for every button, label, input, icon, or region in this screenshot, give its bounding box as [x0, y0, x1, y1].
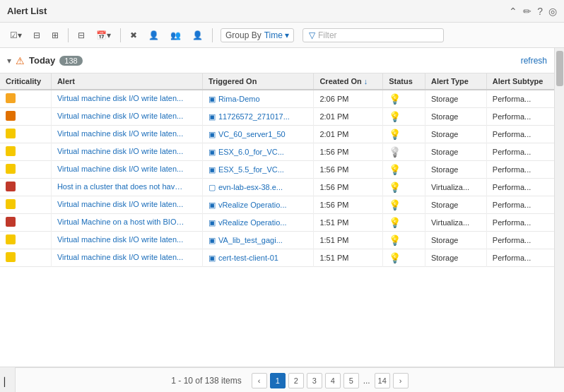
separator-3	[212, 28, 213, 42]
alert-cell[interactable]: Virtual machine disk I/O write laten...	[51, 161, 202, 179]
page-3-btn[interactable]: 3	[307, 373, 322, 388]
page-2-btn[interactable]: 2	[288, 373, 304, 388]
alert-link[interactable]: Host in a cluster that does not have...	[57, 182, 184, 191]
alert-cell[interactable]: Virtual machine disk I/O write laten...	[51, 232, 202, 249]
alert-cell[interactable]: Virtual machine disk I/O write laten...	[51, 90, 202, 108]
expand-btn[interactable]: ⊞	[47, 28, 63, 42]
triggered-name[interactable]: evn-lab-esx-38.e...	[218, 183, 283, 191]
vm-icon: ▣	[208, 218, 216, 227]
criticality-indicator	[6, 182, 16, 191]
triggered-name[interactable]: ESX_5.5_for_VC...	[218, 165, 284, 174]
select-dropdown-btn[interactable]: ☑ ▾	[6, 28, 26, 42]
page-4-btn[interactable]: 4	[325, 373, 341, 388]
status-icon: 💡	[389, 164, 401, 175]
triggered-cell: ▢evn-lab-esx-38.e...	[202, 179, 314, 196]
page-1-btn[interactable]: 1	[270, 373, 286, 388]
created-on-cell: 1:51 PM	[314, 249, 383, 267]
next-page-btn[interactable]: ›	[393, 373, 409, 388]
alert-subtype-cell: Performa...	[486, 143, 554, 161]
alert-link[interactable]: Virtual machine disk I/O write laten...	[57, 200, 183, 208]
col-alert-type[interactable]: Alert Type	[425, 73, 486, 90]
col-created[interactable]: Created On ↓	[314, 73, 383, 90]
page-5-btn[interactable]: 5	[343, 373, 359, 388]
criticality-indicator	[6, 93, 16, 103]
collapse-btn[interactable]: ⊟	[29, 28, 45, 42]
clear-icon: ✖	[130, 30, 137, 40]
vm-icon: ▣	[208, 236, 216, 245]
alert-cell[interactable]: Host in a cluster that does not have...	[51, 179, 202, 196]
filter-section[interactable]: ▽ Filter	[302, 28, 444, 42]
alert-link[interactable]: Virtual machine disk I/O write laten...	[57, 235, 183, 244]
alert-link[interactable]: Virtual machine disk I/O write laten...	[57, 129, 183, 138]
main-panel: ▾ ⚠ Today 138 refresh Criticality Alert …	[0, 48, 554, 367]
alert-cell[interactable]: Virtual machine disk I/O write laten...	[51, 249, 202, 267]
alert-link[interactable]: Virtual machine disk I/O write laten...	[57, 253, 183, 261]
triggered-name[interactable]: vRealize Operatio...	[218, 218, 287, 227]
pencil-icon[interactable]: ✏	[523, 6, 531, 17]
warning-icon: ⚠	[16, 55, 25, 66]
created-on-cell: 2:01 PM	[314, 126, 383, 143]
collapse-icon: ⊟	[33, 30, 40, 40]
alert-cell[interactable]: Virtual Machine on a host with BIOS...	[51, 214, 202, 232]
prev-page-btn[interactable]: ‹	[252, 373, 267, 388]
user2-btn[interactable]: 👥	[166, 28, 185, 42]
pagination-info: 1 - 10 of 138 items	[171, 376, 241, 386]
col-alert-subtype[interactable]: Alert Subtype	[486, 73, 554, 90]
triggered-name[interactable]: 11726572_271017...	[218, 112, 290, 121]
status-icon: 💡	[389, 234, 401, 246]
group-toggle-btn[interactable]: ▾	[7, 56, 11, 66]
status-cell: 💡	[383, 179, 425, 196]
triggered-name[interactable]: cert-test-client-01	[218, 254, 278, 262]
triggered-name[interactable]: VA_lib_test_gagi...	[218, 236, 283, 244]
sidebar-toggle-btn[interactable]: ▏	[0, 367, 16, 392]
scrollbar[interactable]	[554, 48, 564, 367]
alert-cell[interactable]: Virtual machine disk I/O write laten...	[51, 143, 202, 161]
calendar-btn[interactable]: 📅 ▾	[92, 28, 115, 42]
filter-btn[interactable]: ⊟	[74, 28, 89, 42]
alert-cell[interactable]: Virtual machine disk I/O write laten...	[51, 108, 202, 126]
alert-cell[interactable]: Virtual machine disk I/O write laten...	[51, 126, 202, 143]
criticality-cell	[0, 90, 51, 108]
alert-type-cell: Storage	[425, 232, 486, 249]
alert-link[interactable]: Virtual machine disk I/O write laten...	[57, 147, 183, 155]
triggered-name[interactable]: VC_60_server1_50	[218, 130, 286, 138]
status-icon: 💡	[389, 199, 401, 210]
col-alert[interactable]: Alert	[51, 73, 202, 90]
criticality-indicator	[6, 252, 16, 262]
collapse-icon[interactable]: ⌃	[509, 6, 517, 17]
alert-link[interactable]: Virtual machine disk I/O write laten...	[57, 165, 183, 173]
user1-btn[interactable]: 👤	[144, 28, 163, 42]
created-on-cell: 1:51 PM	[314, 214, 383, 232]
eye-slash-icon[interactable]: ◎	[548, 6, 557, 17]
user3-btn[interactable]: 👤	[188, 28, 207, 42]
scrollbar-thumb[interactable]	[556, 51, 563, 86]
alert-link[interactable]: Virtual Machine on a host with BIOS...	[57, 218, 184, 226]
triggered-name[interactable]: Rima-Demo	[218, 95, 260, 103]
clear-btn[interactable]: ✖	[126, 28, 141, 42]
table-row: Virtual machine disk I/O write laten...▣…	[0, 161, 554, 179]
page-14-btn[interactable]: 14	[375, 373, 390, 388]
col-status[interactable]: Status	[383, 73, 425, 90]
criticality-indicator	[6, 199, 16, 209]
group-by-select[interactable]: Time ▾	[264, 30, 289, 40]
triggered-name[interactable]: vRealize Operatio...	[218, 201, 287, 209]
vm-icon: ▣	[208, 254, 216, 263]
col-criticality[interactable]: Criticality	[0, 73, 51, 90]
alert-subtype-cell: Performa...	[486, 108, 554, 126]
alert-subtype-cell: Performa...	[486, 90, 554, 108]
question-icon[interactable]: ?	[537, 6, 543, 17]
refresh-link[interactable]: refresh	[521, 56, 547, 66]
page-title: Alert List	[7, 6, 47, 16]
alert-subtype-cell: Performa...	[486, 126, 554, 143]
alert-cell[interactable]: Virtual machine disk I/O write laten...	[51, 196, 202, 214]
triggered-cell: ▣ESX_6.0_for_VC...	[202, 143, 314, 161]
alert-subtype-cell: Performa...	[486, 249, 554, 267]
col-triggered[interactable]: Triggered On	[202, 73, 314, 90]
alert-link[interactable]: Virtual machine disk I/O write laten...	[57, 112, 183, 120]
alert-link[interactable]: Virtual machine disk I/O write laten...	[57, 94, 183, 102]
criticality-indicator	[6, 129, 16, 138]
triggered-name[interactable]: ESX_6.0_for_VC...	[218, 148, 284, 156]
table-row: Virtual machine disk I/O write laten...▣…	[0, 232, 554, 249]
sidebar-toggle-icon: ▏	[4, 377, 11, 387]
status-icon: 💡	[389, 217, 401, 228]
